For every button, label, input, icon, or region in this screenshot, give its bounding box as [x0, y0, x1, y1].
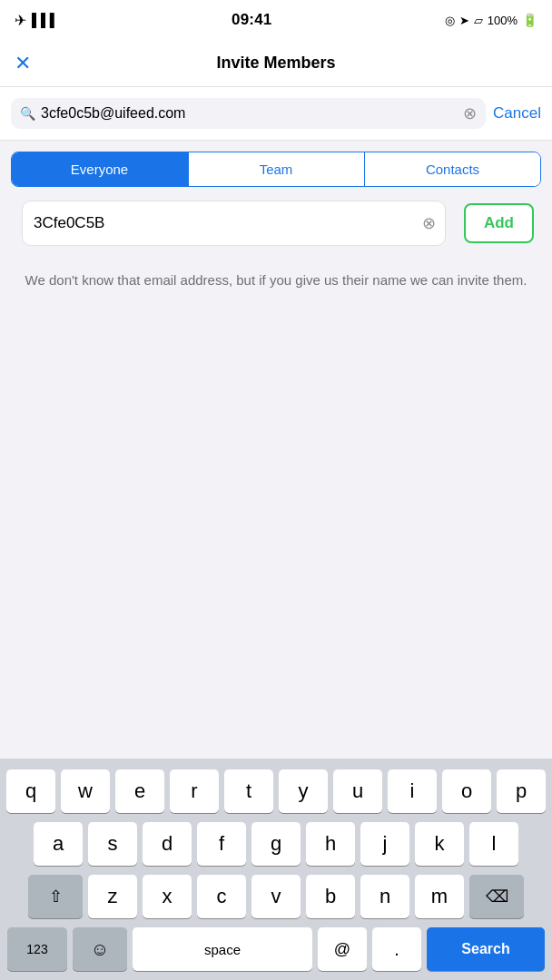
search-icon: 🔍: [20, 106, 35, 121]
name-input[interactable]: [23, 202, 413, 244]
key-f[interactable]: f: [197, 822, 246, 866]
shift-key[interactable]: ⇧: [28, 875, 83, 918]
at-key[interactable]: @: [318, 927, 367, 971]
airplane-icon: ✈: [15, 12, 26, 29]
numbers-key[interactable]: 123: [7, 927, 67, 971]
key-h[interactable]: h: [306, 822, 355, 866]
key-n[interactable]: n: [360, 875, 409, 918]
status-time: 09:41: [232, 11, 271, 29]
space-key[interactable]: space: [133, 927, 312, 971]
signal-icon: ▌▌▌: [32, 13, 59, 27]
info-text: We don't know that email address, but if…: [0, 249, 552, 313]
segment-control: Everyone Team Contacts: [11, 152, 541, 187]
key-o[interactable]: o: [442, 769, 491, 813]
location-icon: ◎: [445, 14, 455, 27]
key-z[interactable]: z: [88, 875, 137, 918]
search-input[interactable]: [41, 105, 458, 122]
search-input-wrap: 🔍 ⊗: [11, 98, 486, 129]
name-input-row: ⊗ Add: [11, 198, 541, 249]
key-l[interactable]: l: [469, 822, 518, 866]
close-button[interactable]: ✕: [15, 54, 31, 74]
segment-team[interactable]: Team: [189, 152, 364, 186]
page-title: Invite Members: [216, 54, 335, 73]
key-d[interactable]: d: [143, 822, 192, 866]
key-x[interactable]: x: [143, 875, 192, 918]
key-p[interactable]: p: [497, 769, 546, 813]
key-b[interactable]: b: [306, 875, 355, 918]
key-c[interactable]: c: [197, 875, 246, 918]
key-t[interactable]: t: [224, 769, 273, 813]
cast-icon: ▱: [474, 14, 483, 27]
keyboard-row-3: ⇧ z x c v b n m ⌫: [0, 875, 552, 918]
key-j[interactable]: j: [360, 822, 409, 866]
status-bar: ✈ ▌▌▌ 09:41 ◎ ➤ ▱ 100% 🔋: [0, 0, 552, 40]
key-a[interactable]: a: [34, 822, 83, 866]
key-s[interactable]: s: [88, 822, 137, 866]
navigation-icon: ➤: [459, 14, 469, 27]
status-right: ◎ ➤ ▱ 100% 🔋: [445, 13, 537, 27]
key-g[interactable]: g: [251, 822, 301, 866]
segment-everyone[interactable]: Everyone: [12, 152, 187, 186]
status-left: ✈ ▌▌▌: [15, 12, 59, 29]
search-row: 🔍 ⊗ ✕ Cancel: [0, 87, 552, 141]
key-e[interactable]: e: [115, 769, 164, 813]
battery-label: 100%: [488, 14, 518, 27]
page-header: ✕ Invite Members: [0, 40, 552, 87]
name-input-container: ⊗: [22, 201, 446, 246]
key-y[interactable]: y: [279, 769, 328, 813]
keyboard-row-2: a s d f g h j k l: [0, 822, 552, 866]
key-m[interactable]: m: [415, 875, 464, 918]
add-button[interactable]: Add: [464, 203, 534, 243]
search-key[interactable]: Search: [427, 927, 545, 971]
keyboard-row-1: q w e r t y u i o p: [0, 769, 552, 813]
key-u[interactable]: u: [333, 769, 382, 813]
key-w[interactable]: w: [61, 769, 110, 813]
keyboard-bottom-row: 123 ☺ space @ . Search: [0, 927, 552, 971]
search-clear-button[interactable]: ⊗: [463, 105, 477, 122]
name-clear-button[interactable]: ⊗: [413, 201, 445, 245]
emoji-key[interactable]: ☺: [73, 927, 127, 971]
segment-contacts[interactable]: Contacts: [365, 152, 540, 186]
keyboard: q w e r t y u i o p a s d f g h j k l ⇧ …: [0, 759, 552, 980]
cancel-text-button[interactable]: Cancel: [493, 104, 541, 122]
key-v[interactable]: v: [251, 875, 301, 918]
dot-key[interactable]: .: [372, 927, 421, 971]
key-i[interactable]: i: [388, 769, 437, 813]
key-k[interactable]: k: [415, 822, 464, 866]
key-q[interactable]: q: [6, 769, 55, 813]
battery-icon: 🔋: [522, 13, 537, 27]
key-r[interactable]: r: [170, 769, 219, 813]
delete-key[interactable]: ⌫: [469, 875, 524, 918]
